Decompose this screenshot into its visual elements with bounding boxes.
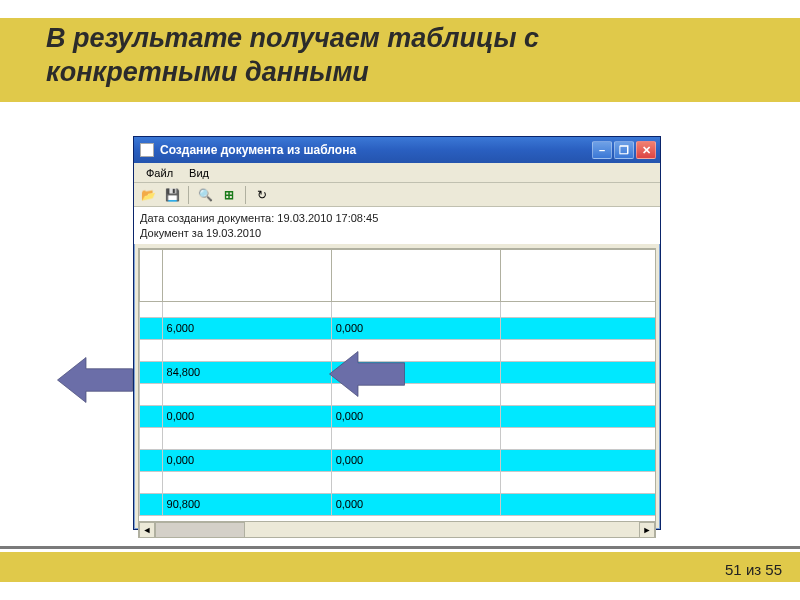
- excel-icon[interactable]: ⊞: [219, 185, 239, 205]
- table-row[interactable]: [140, 427, 656, 449]
- cell[interactable]: [500, 449, 655, 471]
- table-row[interactable]: 0,0000,000: [140, 405, 656, 427]
- table-row[interactable]: 90,8000,000: [140, 493, 656, 515]
- slide-title: В результате получаем таблицы с конкретн…: [46, 22, 539, 90]
- cell[interactable]: 0,000: [331, 449, 500, 471]
- table-row[interactable]: [140, 471, 656, 493]
- cell[interactable]: [500, 317, 655, 339]
- scroll-thumb[interactable]: [155, 522, 245, 538]
- cell[interactable]: [500, 339, 655, 361]
- cell[interactable]: 0,000: [162, 405, 331, 427]
- cell[interactable]: [140, 361, 163, 383]
- cell[interactable]: 6,000: [162, 317, 331, 339]
- table-header-row: [140, 249, 656, 301]
- table-row[interactable]: 0,0000,000: [140, 449, 656, 471]
- cell[interactable]: 0,000: [162, 449, 331, 471]
- cell[interactable]: [140, 493, 163, 515]
- cell[interactable]: [162, 471, 331, 493]
- cell[interactable]: 84,800: [162, 361, 331, 383]
- cell[interactable]: [162, 339, 331, 361]
- close-button[interactable]: ✕: [636, 141, 656, 159]
- cell[interactable]: [140, 471, 163, 493]
- cell[interactable]: [331, 471, 500, 493]
- toolbar: 📂 💾 🔍 ⊞ ↻: [134, 183, 660, 207]
- titlebar[interactable]: Создание документа из шаблона – ❐ ✕: [134, 137, 660, 163]
- open-icon[interactable]: 📂: [138, 185, 158, 205]
- toolbar-separator: [188, 186, 189, 204]
- title-line-1: В результате получаем таблицы с: [46, 23, 539, 53]
- document-info: Дата создания документа: 19.03.2010 17:0…: [134, 207, 660, 244]
- window-title: Создание документа из шаблона: [160, 143, 592, 157]
- scroll-right-icon[interactable]: ►: [639, 522, 655, 538]
- preview-icon[interactable]: 🔍: [195, 185, 215, 205]
- table-row[interactable]: 6,0000,000: [140, 317, 656, 339]
- toolbar-separator: [245, 186, 246, 204]
- doc-created-line: Дата создания документа: 19.03.2010 17:0…: [140, 211, 654, 226]
- menu-view[interactable]: Вид: [181, 165, 217, 181]
- refresh-icon[interactable]: ↻: [252, 185, 272, 205]
- scroll-left-icon[interactable]: ◄: [139, 522, 155, 538]
- footer-bar: [0, 552, 800, 582]
- cell[interactable]: 90,800: [162, 493, 331, 515]
- cell[interactable]: [331, 427, 500, 449]
- cell[interactable]: [140, 449, 163, 471]
- cell[interactable]: 0,000: [331, 493, 500, 515]
- save-icon[interactable]: 💾: [162, 185, 182, 205]
- cell[interactable]: [500, 361, 655, 383]
- table-subheader-row: [140, 301, 656, 317]
- minimize-button[interactable]: –: [592, 141, 612, 159]
- cell[interactable]: 0,000: [331, 317, 500, 339]
- menu-file[interactable]: Файл: [138, 165, 181, 181]
- app-window: Создание документа из шаблона – ❐ ✕ Файл…: [133, 136, 661, 530]
- cell[interactable]: [140, 317, 163, 339]
- cell[interactable]: [140, 427, 163, 449]
- cell[interactable]: [500, 383, 655, 405]
- menubar: Файл Вид: [134, 163, 660, 183]
- maximize-button[interactable]: ❐: [614, 141, 634, 159]
- cell[interactable]: [500, 405, 655, 427]
- window-controls: – ❐ ✕: [592, 141, 656, 159]
- callout-arrow-icon: [56, 350, 134, 410]
- callout-arrow-icon: [328, 344, 406, 404]
- cell[interactable]: 0,000: [331, 405, 500, 427]
- cell[interactable]: [500, 427, 655, 449]
- title-line-2: конкретными данными: [46, 57, 369, 87]
- cell[interactable]: [140, 405, 163, 427]
- app-icon: [140, 143, 154, 157]
- cell[interactable]: [140, 383, 163, 405]
- doc-for-line: Документ за 19.03.2010: [140, 226, 654, 241]
- cell[interactable]: [140, 339, 163, 361]
- page-counter: 51 из 55: [725, 561, 782, 578]
- cell[interactable]: [500, 471, 655, 493]
- cell[interactable]: [162, 427, 331, 449]
- slide: В результате получаем таблицы с конкретн…: [0, 0, 800, 600]
- cell[interactable]: [500, 493, 655, 515]
- horizontal-scrollbar[interactable]: ◄ ►: [139, 521, 655, 537]
- cell[interactable]: [162, 383, 331, 405]
